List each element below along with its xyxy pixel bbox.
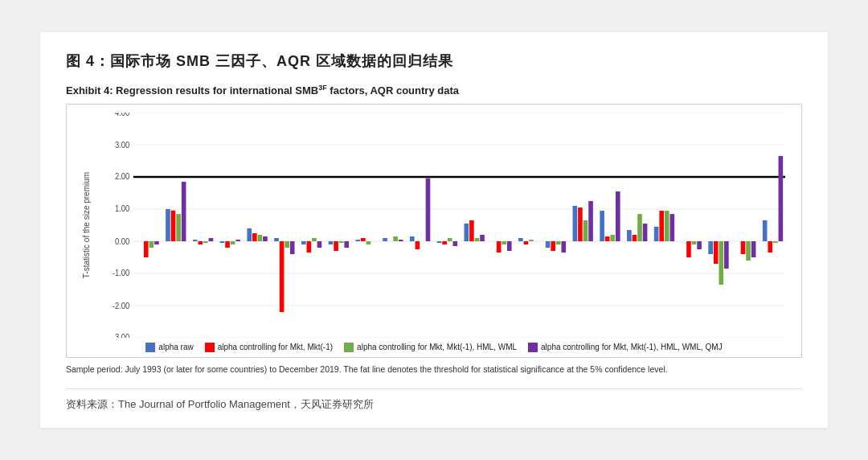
svg-rect-115 xyxy=(670,214,675,241)
svg-rect-102 xyxy=(600,211,604,241)
svg-rect-97 xyxy=(573,206,578,241)
svg-rect-103 xyxy=(605,236,610,241)
svg-rect-22 xyxy=(166,209,170,241)
svg-rect-18 xyxy=(144,241,149,257)
svg-rect-95 xyxy=(561,241,566,253)
svg-rect-78 xyxy=(469,220,474,241)
svg-rect-52 xyxy=(329,241,334,244)
svg-rect-24 xyxy=(176,214,181,241)
svg-rect-40 xyxy=(263,236,268,241)
y-axis-label: T-statistic of the size premium xyxy=(82,172,91,278)
svg-rect-35 xyxy=(235,240,240,241)
svg-rect-65 xyxy=(399,240,403,241)
svg-rect-37 xyxy=(247,228,252,241)
svg-text:0.00: 0.00 xyxy=(115,236,130,246)
svg-rect-47 xyxy=(301,241,306,244)
svg-text:2.00: 2.00 xyxy=(115,171,130,181)
svg-rect-105 xyxy=(616,191,620,241)
svg-text:3.00: 3.00 xyxy=(115,140,130,150)
svg-rect-62 xyxy=(383,238,387,241)
svg-rect-99 xyxy=(583,220,588,241)
svg-rect-59 xyxy=(366,241,371,244)
svg-rect-132 xyxy=(763,220,768,241)
svg-rect-119 xyxy=(692,241,697,244)
svg-rect-30 xyxy=(209,238,214,241)
legend-item-1: alpha raw xyxy=(145,343,193,352)
svg-rect-107 xyxy=(627,230,632,241)
svg-rect-23 xyxy=(171,210,176,240)
svg-rect-109 xyxy=(637,214,642,241)
svg-rect-135 xyxy=(779,156,784,241)
svg-rect-79 xyxy=(475,238,480,241)
svg-rect-57 xyxy=(355,240,360,241)
svg-rect-125 xyxy=(724,241,729,269)
svg-text:1.00: 1.00 xyxy=(115,204,130,214)
svg-text:-1.00: -1.00 xyxy=(113,268,130,277)
source-bar: 资料来源：The Journal of Portfolio Management… xyxy=(66,388,802,412)
svg-rect-93 xyxy=(551,241,555,251)
svg-rect-32 xyxy=(220,241,225,243)
legend-label-3: alpha controlling for Mkt, Mkt(-1), HML,… xyxy=(357,343,517,351)
svg-text:-3.00: -3.00 xyxy=(113,332,130,337)
svg-rect-67 xyxy=(410,236,415,241)
svg-rect-25 xyxy=(182,182,186,241)
svg-rect-28 xyxy=(198,241,203,244)
svg-rect-94 xyxy=(556,241,561,244)
svg-rect-68 xyxy=(416,241,420,249)
svg-rect-75 xyxy=(452,241,457,246)
svg-rect-120 xyxy=(697,241,702,249)
svg-rect-113 xyxy=(659,211,664,241)
svg-rect-108 xyxy=(633,235,637,241)
legend-label-2: alpha controlling for Mkt, Mkt(-1) xyxy=(218,343,333,351)
legend-color-3 xyxy=(344,343,354,352)
svg-rect-134 xyxy=(773,241,778,243)
chart-inner: 4.00 3.00 2.00 1.00 0.00 -1.00 -2.00 -3.… xyxy=(107,113,785,338)
sample-note: Sample period: July 1993 (or later for s… xyxy=(66,364,802,374)
legend-item-2: alpha controlling for Mkt, Mkt(-1) xyxy=(205,343,333,352)
svg-rect-100 xyxy=(588,201,593,241)
svg-rect-55 xyxy=(344,241,349,248)
svg-rect-92 xyxy=(546,241,551,248)
svg-rect-39 xyxy=(258,235,263,241)
svg-rect-118 xyxy=(686,241,691,257)
svg-rect-110 xyxy=(643,224,648,241)
svg-rect-29 xyxy=(203,241,208,243)
svg-rect-123 xyxy=(714,241,719,264)
svg-rect-45 xyxy=(290,241,295,254)
legend-item-3: alpha controlling for Mkt, Mkt(-1), HML,… xyxy=(344,343,517,352)
svg-rect-98 xyxy=(578,207,583,241)
svg-rect-44 xyxy=(285,241,289,248)
legend-color-2 xyxy=(205,343,215,352)
svg-rect-89 xyxy=(529,240,534,241)
svg-rect-20 xyxy=(154,241,159,244)
chart-legend: alpha raw alpha controlling for Mkt, Mkt… xyxy=(75,343,793,352)
chart-area: T-statistic of the size premium xyxy=(75,113,793,338)
exhibit-title: Exhibit 4: Regression results for intern… xyxy=(66,84,802,97)
svg-rect-48 xyxy=(307,241,312,253)
svg-rect-77 xyxy=(465,224,469,241)
legend-color-4 xyxy=(528,343,538,352)
svg-rect-80 xyxy=(480,235,485,241)
main-title: 图 4：国际市场 SMB 三因子、AQR 区域数据的回归结果 xyxy=(66,51,802,71)
svg-rect-73 xyxy=(442,241,447,244)
svg-rect-85 xyxy=(507,241,512,251)
svg-text:4.00: 4.00 xyxy=(115,113,130,117)
legend-item-4: alpha controlling for Mkt, Mkt(-1), HML,… xyxy=(528,343,723,352)
svg-rect-72 xyxy=(437,241,442,243)
svg-rect-124 xyxy=(719,241,723,285)
svg-rect-133 xyxy=(768,241,772,253)
svg-rect-129 xyxy=(746,241,751,261)
svg-rect-50 xyxy=(317,241,322,248)
svg-rect-130 xyxy=(751,241,756,257)
legend-label-4: alpha controlling for Mkt, Mkt(-1), HML,… xyxy=(541,343,723,351)
svg-rect-104 xyxy=(610,235,615,241)
svg-rect-87 xyxy=(518,238,523,241)
svg-rect-74 xyxy=(448,238,452,241)
svg-rect-19 xyxy=(149,241,154,248)
svg-rect-33 xyxy=(225,241,230,248)
svg-rect-112 xyxy=(654,227,659,241)
svg-rect-64 xyxy=(393,236,398,241)
svg-rect-53 xyxy=(334,241,338,251)
svg-rect-38 xyxy=(252,233,257,241)
chart-container: T-statistic of the size premium xyxy=(66,104,802,358)
